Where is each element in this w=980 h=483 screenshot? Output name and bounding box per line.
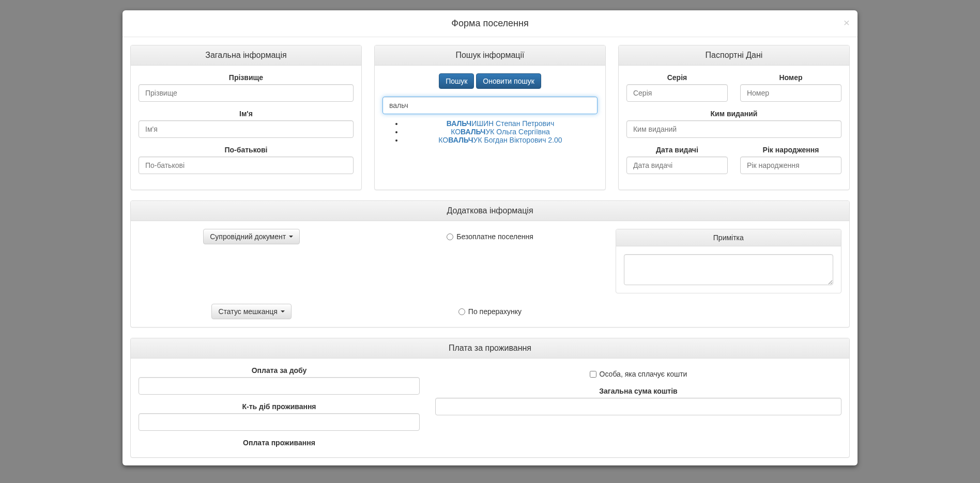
name-label: Ім'я: [139, 110, 354, 118]
patronymic-input[interactable]: [139, 157, 354, 174]
note-textarea[interactable]: [624, 254, 833, 285]
refresh-search-button[interactable]: Оновити пошук: [476, 73, 541, 89]
payer-checkbox[interactable]: [590, 371, 596, 378]
resident-status-dropdown[interactable]: Статус мешканця: [211, 304, 291, 319]
birth-year-label: Рік народження: [740, 146, 841, 154]
patronymic-label: По-батькові: [139, 146, 354, 154]
general-info-heading: Загальна інформація: [131, 45, 361, 66]
payment-panel: Плата за проживання Оплата за добу К-ть …: [130, 338, 850, 458]
search-info-panel: Пошук інформації Пошук Оновити пошук ВАЛ…: [374, 45, 606, 190]
birth-year-input[interactable]: [740, 157, 841, 174]
total-sum-input[interactable]: [435, 398, 841, 415]
per-day-label: Оплата за добу: [139, 366, 420, 375]
issue-date-input[interactable]: [626, 157, 728, 174]
by-recalc-radio[interactable]: [458, 308, 465, 315]
total-payment-label: Оплата проживання: [139, 439, 420, 447]
search-button[interactable]: Пошук: [439, 73, 474, 89]
days-label: К-ть діб проживання: [139, 402, 420, 411]
additional-info-panel: Додаткова інформація Супровідний докумен…: [130, 200, 850, 328]
close-button[interactable]: ×: [844, 17, 850, 28]
modal-overlay: Форма поселення × Загальна інформація Пр…: [0, 0, 980, 483]
payment-heading: Плата за проживання: [131, 338, 849, 359]
per-day-input[interactable]: [139, 377, 420, 395]
additional-info-heading: Додаткова інформація: [131, 201, 849, 221]
number-input[interactable]: [740, 84, 841, 102]
surname-label: Прізвище: [139, 73, 354, 82]
modal-header: Форма поселення ×: [122, 10, 858, 37]
modal-title: Форма поселення: [451, 18, 528, 28]
total-sum-label: Загальна сума коштів: [435, 387, 841, 395]
search-results-list: ВАЛЬЧИШИН Степан Петрович КОВАЛЬЧУК Ольг…: [382, 119, 598, 144]
note-panel: Примітка: [616, 229, 841, 293]
passport-heading: Паспортні Дані: [619, 45, 849, 66]
caret-down-icon: [281, 310, 285, 313]
series-input[interactable]: [626, 84, 728, 102]
search-result-link[interactable]: КОВАЛЬЧУК Ольга Сергіївна: [451, 128, 550, 136]
modal-dialog: Форма поселення × Загальна інформація Пр…: [122, 10, 858, 465]
free-settlement-radio[interactable]: [447, 233, 453, 240]
accompanying-doc-dropdown[interactable]: Супровідний документ: [203, 229, 300, 244]
search-result-link[interactable]: КОВАЛЬЧУК Богдан Вікторович 2.00: [438, 136, 562, 144]
search-result-item: КОВАЛЬЧУК Ольга Сергіївна: [403, 128, 598, 136]
top-panel-row: Загальна інформація Прізвище Ім'я По-бат…: [130, 45, 850, 190]
issued-by-input[interactable]: [626, 120, 841, 138]
number-label: Номер: [740, 73, 841, 82]
general-info-panel: Загальна інформація Прізвище Ім'я По-бат…: [130, 45, 362, 190]
search-info-heading: Пошук інформації: [375, 45, 605, 66]
search-result-link[interactable]: ВАЛЬЧИШИН Степан Петрович: [447, 119, 554, 128]
days-input[interactable]: [139, 413, 420, 431]
issue-date-label: Дата видачі: [626, 146, 728, 154]
modal-body: Загальна інформація Прізвище Ім'я По-бат…: [122, 37, 858, 465]
series-label: Серія: [626, 73, 728, 82]
by-recalc-radio-label[interactable]: По перерахунку: [458, 307, 522, 316]
payer-checkbox-label[interactable]: Особа, яка сплачує кошти: [590, 370, 687, 378]
search-result-item: ВАЛЬЧИШИН Степан Петрович: [403, 119, 598, 128]
passport-panel: Паспортні Дані Серія Номер: [618, 45, 850, 190]
caret-down-icon: [289, 236, 293, 238]
name-input[interactable]: [139, 120, 354, 138]
search-input[interactable]: [382, 97, 598, 114]
issued-by-label: Ким виданий: [626, 110, 841, 118]
note-heading: Примітка: [616, 229, 841, 246]
free-settlement-radio-label[interactable]: Безоплатне поселення: [447, 232, 533, 241]
search-result-item: КОВАЛЬЧУК Богдан Вікторович 2.00: [403, 136, 598, 144]
surname-input[interactable]: [139, 84, 354, 102]
